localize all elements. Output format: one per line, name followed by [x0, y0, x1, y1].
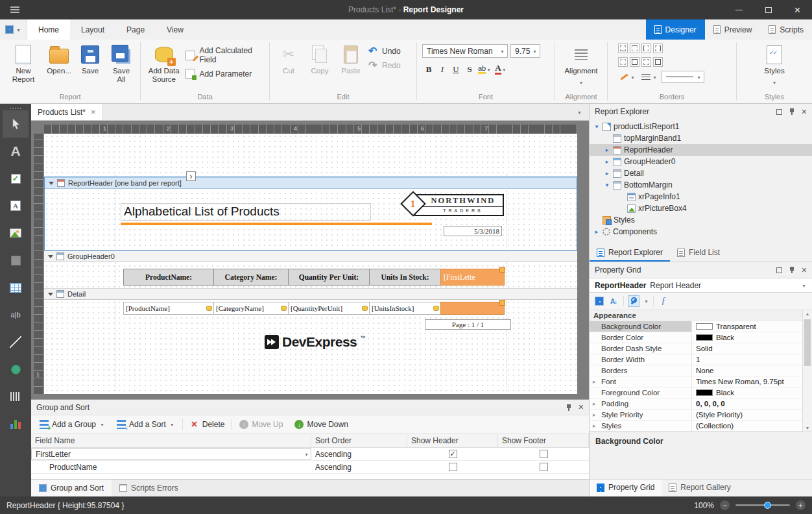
copy-button[interactable]: Copy [305, 42, 335, 77]
italic-button[interactable]: I [436, 62, 449, 76]
add-calculated-field-button[interactable]: Add Calculated Field [185, 46, 264, 64]
category-name-field[interactable]: [CategoryName] [213, 302, 289, 315]
document-tab-products-list[interactable]: Products List* [31, 104, 103, 120]
picturebox-tool[interactable] [3, 219, 29, 247]
show-footer-checkbox[interactable] [540, 450, 548, 458]
column-header-category-name[interactable]: Category Name: [213, 269, 289, 286]
open-button[interactable]: Open... [44, 42, 74, 77]
property-row-background-color[interactable]: Background Color Transparent [590, 321, 802, 332]
underline-button[interactable]: U [449, 62, 462, 76]
expand-icon[interactable] [604, 170, 610, 177]
first-letter-detail-cell[interactable] [440, 302, 505, 315]
field-name-combobox[interactable]: FirstLetter [31, 448, 311, 459]
pin-icon[interactable] [566, 404, 572, 411]
tab-page[interactable]: Page [115, 19, 156, 40]
tree-item-xrpageinfo1[interactable]: xrPageInfo1 [590, 191, 812, 202]
field-name-cell[interactable]: ProductName [31, 461, 311, 473]
border-inside-icon[interactable] [653, 57, 663, 67]
border-top-icon[interactable] [630, 43, 639, 53]
sort-order-cell[interactable]: Ascending [311, 461, 407, 473]
column-header-product-name[interactable]: ProductName: [123, 269, 214, 286]
delete-button[interactable]: Delete [185, 417, 230, 432]
tree-item-components[interactable]: Components [590, 226, 812, 238]
tree-item-detail[interactable]: Detail [590, 167, 812, 179]
pin-icon[interactable] [789, 108, 795, 116]
application-menu-button[interactable] [0, 19, 27, 40]
pin-icon[interactable] [789, 266, 795, 274]
property-object-selector[interactable]: ReportHeader Report Header [590, 278, 812, 293]
border-dash-style-button[interactable] [639, 71, 660, 83]
move-down-button[interactable]: Move Down [290, 417, 352, 432]
checkbox-tool[interactable] [3, 165, 29, 192]
report-title-textbox[interactable]: Alphabetical List of Products [121, 203, 371, 221]
border-outside-icon[interactable] [641, 57, 651, 67]
highlight-color-button[interactable]: ab [477, 62, 493, 76]
expand-icon[interactable] [604, 182, 610, 188]
tree-item-reportheader[interactable]: ReportHeader [590, 144, 812, 156]
close-button[interactable] [783, 0, 812, 19]
property-row-style-priority[interactable]: Style Priority (Style Priority) [590, 410, 802, 421]
move-up-button[interactable]: Move Up [235, 417, 287, 432]
expand-icon[interactable] [593, 123, 600, 130]
property-section-appearance[interactable]: Appearance [590, 310, 802, 321]
add-parameter-button[interactable]: Add Parameter [185, 69, 264, 79]
tab-home[interactable]: Home [27, 19, 70, 40]
report-header-band[interactable]: ReportHeader [one band per report] Alpha… [44, 177, 577, 251]
line-tool[interactable] [3, 328, 29, 356]
save-all-button[interactable]: Save All [106, 42, 136, 86]
tree-item-styles[interactable]: Styles [590, 214, 812, 226]
font-color-button[interactable]: A [494, 62, 508, 76]
property-row-padding[interactable]: Padding 0, 0, 0, 0 [590, 398, 802, 410]
title-underline-shape[interactable] [121, 223, 432, 225]
designer-mode-button[interactable]: Designer [646, 19, 705, 40]
tree-item-productlistreport1[interactable]: productListReport1 [590, 121, 812, 132]
bold-button[interactable]: B [422, 62, 435, 76]
alphabetical-sort-icon[interactable] [608, 295, 619, 307]
bottom-tab-scripts-errors[interactable]: Scripts Errors [112, 480, 186, 496]
shape-tool[interactable] [3, 356, 29, 383]
group-header-band[interactable]: GroupHeader0 ProductName: Category Name:… [44, 251, 577, 288]
detail-content[interactable]: [ProductName] [CategoryName] [QuantityPe… [44, 300, 577, 394]
zoom-in-icon[interactable] [796, 500, 806, 510]
detail-band-strip[interactable]: Detail [44, 288, 577, 300]
detail-band[interactable]: Detail [ProductName] [CategoryName] [Qua… [44, 288, 577, 394]
group-header-content[interactable]: ProductName: Category Name: Quantity Per… [44, 262, 577, 288]
tab-view[interactable]: View [156, 19, 195, 40]
collapse-triangle-icon[interactable] [48, 255, 53, 258]
tree-item-topmarginband1[interactable]: topMarginBand1 [590, 132, 812, 144]
preview-mode-button[interactable]: Preview [705, 19, 761, 40]
save-button[interactable]: Save [75, 42, 105, 77]
property-row-border-dash-style[interactable]: Border Dash Style Solid [590, 343, 802, 354]
property-row-font[interactable]: Font Times New Roman, 9.75pt [590, 376, 802, 387]
design-surface[interactable]: 1 2 3 4 5 6 7 1 [31, 121, 589, 399]
close-panel-icon[interactable] [802, 265, 807, 275]
float-panel-icon[interactable] [776, 267, 782, 273]
panel-tool[interactable] [3, 247, 29, 274]
tab-list-dropdown[interactable] [570, 104, 589, 120]
page-info-textbox[interactable]: Page : 1 / 1 [425, 319, 511, 330]
add-data-source-button[interactable]: Add Data Source [145, 42, 183, 86]
window-menu-button[interactable] [0, 0, 30, 19]
show-header-checkbox[interactable] [449, 463, 457, 471]
expand-icon[interactable] [593, 228, 600, 235]
quantity-per-unit-field[interactable]: [QuantityPerUnit] [288, 302, 370, 315]
paste-button[interactable]: Paste [336, 42, 366, 77]
scripts-mode-button[interactable]: Scripts [760, 19, 812, 40]
float-panel-icon[interactable] [776, 109, 782, 115]
font-name-combobox[interactable]: Times New Roman [422, 44, 508, 58]
expand-icon[interactable] [604, 147, 610, 153]
toolbox-grip-icon[interactable] [10, 108, 21, 109]
sort-row-productname[interactable]: ProductName Ascending [31, 461, 589, 474]
bottom-tab-group-and-sort[interactable]: Group and Sort [31, 480, 112, 496]
close-tab-icon[interactable] [91, 107, 96, 117]
close-panel-icon[interactable] [802, 107, 807, 117]
cut-button[interactable]: Cut [274, 42, 304, 77]
property-row-foreground-color[interactable]: Foreground Color Black [590, 387, 802, 398]
add-group-button[interactable]: Add a Group [35, 417, 110, 432]
smart-tag-icon[interactable] [186, 171, 196, 181]
tab-field-list[interactable]: Field List [670, 245, 727, 262]
northwind-logo[interactable]: NORTHWIND TRADERS 1 [403, 192, 504, 218]
redo-button[interactable]: Redo [368, 60, 401, 70]
property-grid-scrollbar[interactable] [802, 310, 812, 432]
first-letter-cell[interactable]: [FirstLette [440, 269, 505, 286]
